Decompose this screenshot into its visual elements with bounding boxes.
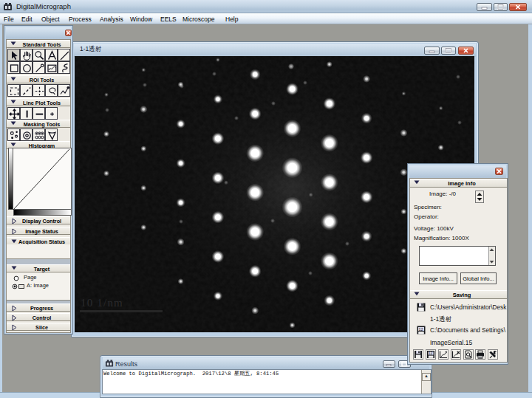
svg-text:12: 12: [419, 327, 423, 332]
svg-text:12: 12: [429, 351, 433, 355]
